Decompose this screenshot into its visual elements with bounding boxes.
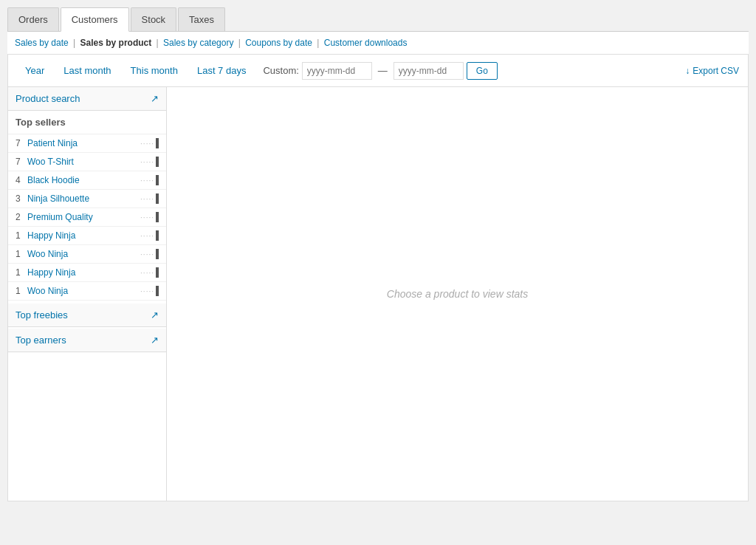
sep4: | bbox=[317, 38, 321, 48]
date-from-input[interactable] bbox=[302, 62, 372, 80]
filter-row: Year Last month This month Last 7 days C… bbox=[7, 55, 749, 87]
seller-rank: 7 bbox=[16, 157, 27, 167]
tab-stock[interactable]: Stock bbox=[131, 7, 177, 31]
custom-label: Custom: bbox=[263, 65, 298, 76]
seller-rank: 1 bbox=[16, 286, 27, 296]
top-earners-expand-icon: ↗ bbox=[151, 335, 159, 346]
subnav: Sales by date | Sales by product | Sales… bbox=[7, 32, 749, 55]
seller-name[interactable]: Patient Ninja bbox=[27, 138, 140, 148]
seller-row: 3 Ninja Silhouette ····· bbox=[8, 190, 166, 208]
export-csv-link[interactable]: ↓ Export CSV bbox=[685, 66, 739, 76]
filter-this-month-button[interactable]: This month bbox=[123, 61, 186, 80]
seller-name[interactable]: Premium Quality bbox=[27, 212, 140, 222]
filter-year-button[interactable]: Year bbox=[17, 61, 52, 80]
date-to-input[interactable] bbox=[394, 62, 464, 80]
export-csv-label: Export CSV bbox=[693, 66, 739, 76]
top-earners-label: Top earners bbox=[16, 335, 66, 346]
product-search-expand-icon: ↗ bbox=[151, 93, 159, 104]
seller-row: 1 Woo Ninja ····· bbox=[8, 282, 166, 301]
seller-bar: ····· bbox=[140, 286, 159, 296]
seller-bar: ····· bbox=[140, 175, 159, 185]
seller-bar: ····· bbox=[140, 193, 159, 204]
go-button[interactable]: Go bbox=[467, 62, 498, 80]
sep2: | bbox=[157, 38, 161, 48]
sep1: | bbox=[73, 38, 78, 48]
seller-bar: ····· bbox=[140, 157, 159, 167]
seller-name[interactable]: Happy Ninja bbox=[27, 230, 140, 241]
subnav-sales-by-product[interactable]: Sales by product bbox=[80, 38, 152, 48]
seller-name[interactable]: Ninja Silhouette bbox=[27, 193, 140, 204]
filter-last-7-days-button[interactable]: Last 7 days bbox=[189, 61, 255, 80]
tab-taxes[interactable]: Taxes bbox=[178, 7, 225, 31]
subnav-coupons-by-date[interactable]: Coupons by date bbox=[245, 38, 312, 48]
seller-name[interactable]: Woo T-Shirt bbox=[27, 157, 140, 167]
download-icon: ↓ bbox=[685, 66, 690, 76]
top-freebies-label: Top freebies bbox=[16, 309, 68, 321]
seller-row: 1 Woo Ninja ····· bbox=[8, 245, 166, 264]
chart-area: Choose a product to view stats bbox=[167, 87, 748, 501]
seller-bar: ····· bbox=[140, 249, 159, 259]
top-sellers-label: Top sellers bbox=[8, 111, 166, 134]
seller-rank: 3 bbox=[16, 193, 27, 204]
seller-bar: ····· bbox=[140, 212, 159, 222]
top-freebies-expand-icon: ↗ bbox=[151, 309, 159, 321]
main-content: Product search ↗ Top sellers 7 Patient N… bbox=[7, 87, 749, 501]
seller-row: 7 Woo T-Shirt ····· bbox=[8, 153, 166, 171]
seller-row: 7 Patient Ninja ····· bbox=[8, 134, 166, 153]
seller-name[interactable]: Woo Ninja bbox=[27, 249, 140, 259]
tab-orders[interactable]: Orders bbox=[7, 7, 59, 31]
seller-row: 1 Happy Ninja ····· bbox=[8, 227, 166, 245]
seller-rank: 1 bbox=[16, 249, 27, 259]
left-panel: Product search ↗ Top sellers 7 Patient N… bbox=[8, 87, 167, 501]
date-dash: — bbox=[378, 65, 388, 76]
seller-rank: 4 bbox=[16, 175, 27, 185]
sep3: | bbox=[238, 38, 243, 48]
seller-rank: 2 bbox=[16, 212, 27, 222]
seller-name[interactable]: Woo Ninja bbox=[27, 286, 140, 296]
tab-customers[interactable]: Customers bbox=[61, 7, 129, 32]
seller-bar: ····· bbox=[140, 230, 159, 241]
subnav-sales-by-category[interactable]: Sales by category bbox=[163, 38, 233, 48]
seller-name[interactable]: Black Hoodie bbox=[27, 175, 140, 185]
app-wrapper: Orders Customers Stock Taxes Sales by da… bbox=[0, 0, 756, 545]
seller-bar: ····· bbox=[140, 138, 159, 148]
tabs-row: Orders Customers Stock Taxes bbox=[7, 7, 749, 32]
seller-row: 1 Happy Ninja ····· bbox=[8, 264, 166, 282]
top-freebies-header[interactable]: Top freebies ↗ bbox=[8, 304, 166, 327]
seller-rank: 1 bbox=[16, 267, 27, 278]
chart-placeholder: Choose a product to view stats bbox=[387, 288, 528, 300]
seller-name[interactable]: Happy Ninja bbox=[27, 267, 140, 278]
product-search-label: Product search bbox=[16, 93, 80, 104]
top-earners-header[interactable]: Top earners ↗ bbox=[8, 329, 166, 352]
seller-rank: 1 bbox=[16, 230, 27, 241]
product-search-header[interactable]: Product search ↗ bbox=[8, 87, 166, 111]
seller-rank: 7 bbox=[16, 138, 27, 148]
subnav-sales-by-date[interactable]: Sales by date bbox=[15, 38, 69, 48]
filter-last-month-button[interactable]: Last month bbox=[55, 61, 119, 80]
seller-bar: ····· bbox=[140, 267, 159, 278]
seller-row: 2 Premium Quality ····· bbox=[8, 208, 166, 227]
subnav-customer-downloads[interactable]: Customer downloads bbox=[324, 38, 408, 48]
seller-row: 4 Black Hoodie ····· bbox=[8, 171, 166, 190]
